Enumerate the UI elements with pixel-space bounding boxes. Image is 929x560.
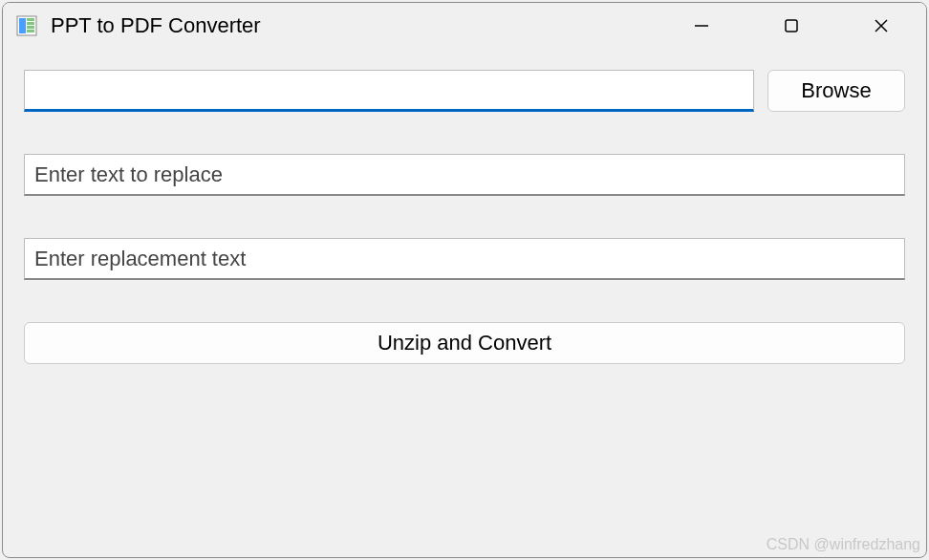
app-icon	[16, 15, 37, 36]
titlebar: PPT to PDF Converter	[3, 3, 926, 49]
svg-rect-1	[19, 18, 26, 33]
window-controls	[657, 3, 926, 49]
convert-row: Unzip and Convert	[24, 322, 905, 364]
file-path-input[interactable]	[24, 70, 754, 112]
svg-rect-3	[27, 22, 34, 25]
browse-button[interactable]: Browse	[767, 70, 905, 112]
convert-button[interactable]: Unzip and Convert	[24, 322, 905, 364]
maximize-icon	[784, 18, 799, 33]
file-row: Browse	[24, 70, 905, 112]
svg-rect-5	[27, 30, 34, 32]
svg-rect-4	[27, 26, 34, 29]
minimize-button[interactable]	[657, 3, 746, 49]
replace-text-input[interactable]	[24, 238, 905, 280]
find-text-input[interactable]	[24, 154, 905, 196]
replace-row	[24, 238, 905, 280]
minimize-icon	[694, 18, 709, 33]
close-icon	[874, 18, 889, 33]
app-window: PPT to PDF Converter	[2, 2, 927, 558]
content-area: Browse Unzip and Convert	[3, 49, 926, 557]
svg-rect-7	[786, 20, 797, 32]
find-row	[24, 154, 905, 196]
window-title: PPT to PDF Converter	[51, 13, 657, 38]
close-button[interactable]	[836, 3, 926, 49]
maximize-button[interactable]	[746, 3, 836, 49]
svg-rect-2	[27, 18, 34, 21]
